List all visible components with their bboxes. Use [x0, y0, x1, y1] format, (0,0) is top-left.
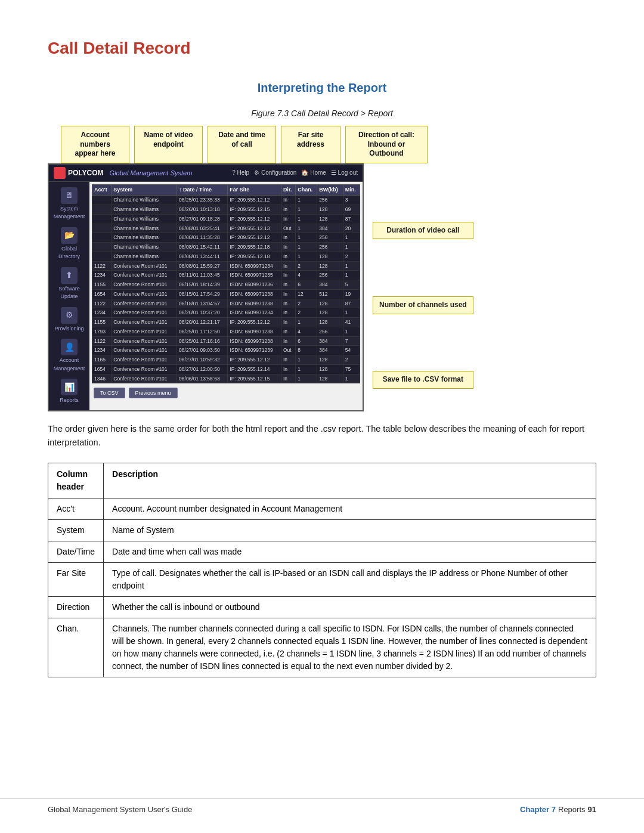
table-row: Charmaine Williams08/25/01 23:35:33IP: 2… [92, 196, 360, 205]
cell-5-4: In [281, 243, 295, 252]
cell-6-0 [92, 252, 112, 261]
sidebar-label-software-update: Software Update [50, 285, 88, 301]
cell-9-1: Conference Room #101 [112, 280, 177, 290]
cell-14-6: 256 [317, 327, 343, 336]
cell-19-3: IP: 209.555.12.15 [228, 374, 281, 383]
cell-13-4: In [281, 318, 295, 327]
cell-11-4: In [281, 299, 295, 308]
cell-7-2: 08/08/01 15:59:27 [177, 261, 228, 271]
cell-10-3: ISDN: 6509971238 [228, 289, 281, 299]
cell-15-2: 08/25/01 17:16:16 [177, 336, 228, 346]
cell-6-4: In [281, 252, 295, 261]
cell-8-6: 256 [317, 271, 343, 280]
cell-17-7: 2 [343, 355, 360, 365]
nav-home[interactable]: 🏠 Home [301, 168, 326, 177]
cell-5-5: 1 [296, 243, 317, 252]
body-paragraph: The order given here is the same order f… [48, 422, 596, 450]
cell-12-7: 1 [343, 308, 360, 318]
nav-logout[interactable]: ☰ Log out [331, 168, 358, 177]
cell-3-5: 1 [296, 224, 317, 233]
cell-14-0: 1793 [92, 327, 112, 336]
cell-9-2: 08/15/01 18:14:39 [177, 280, 228, 290]
sidebar-item-provisioning[interactable]: ⚙ Provisioning [49, 305, 89, 336]
cell-17-6: 128 [317, 355, 343, 365]
cell-19-5: 1 [296, 374, 317, 383]
cell-2-3: IP: 209.555.12.12 [228, 214, 281, 224]
section-title: Interpreting the Report [48, 79, 596, 97]
sidebar-item-reports[interactable]: 📊 Reports [49, 376, 89, 407]
sidebar-item-software-update[interactable]: ⬆ Software Update [49, 265, 89, 304]
cell-3-3: IP: 209.555.12.13 [228, 224, 281, 233]
cell-19-0: 1346 [92, 374, 112, 383]
cell-10-4: In [281, 289, 295, 299]
cell-6-6: 128 [317, 252, 343, 261]
cell-15-6: 384 [317, 336, 343, 346]
sidebar-item-global-dir[interactable]: 📂 Global Directory [49, 225, 89, 264]
desc-col-1: System [48, 520, 104, 541]
cell-9-6: 384 [317, 280, 343, 290]
cell-0-2: 08/25/01 23:35:33 [177, 196, 228, 205]
cell-2-1: Charmaine Williams [112, 214, 177, 224]
cell-15-3: ISDN: 6509971238 [228, 336, 281, 346]
desc-table-header: Columnheader Description [48, 463, 596, 498]
cell-13-1: Conference Room #101 [112, 318, 177, 327]
cell-14-3: ISDN: 6509971238 [228, 327, 281, 336]
previous-menu-button[interactable]: Previous menu [129, 388, 178, 398]
cell-18-0: 1654 [92, 364, 112, 374]
cell-17-3: IP: 209.555.12.12 [228, 355, 281, 365]
desc-text-4: Whether the call is inbound or outbound [104, 597, 596, 618]
cell-13-7: 41 [343, 318, 360, 327]
cell-18-3: IP: 209.555.12.14 [228, 364, 281, 374]
cell-13-2: 08/20/01 12:21:17 [177, 318, 228, 327]
polycom-gms-label: Global Management System [110, 168, 193, 178]
table-row: 1346Conference Room #10108/06/01 13:58:6… [92, 374, 360, 383]
cell-7-5: 2 [296, 261, 317, 271]
table-row: 1654Conference Room #10108/27/01 12:00:5… [92, 364, 360, 374]
cell-4-0 [92, 233, 112, 243]
to-csv-button[interactable]: To CSV [94, 388, 125, 398]
cell-11-0: 1122 [92, 299, 112, 308]
cell-8-3: ISDN: 6509971235 [228, 271, 281, 280]
cell-2-5: 1 [296, 214, 317, 224]
cell-11-3: ISDN: 6509971238 [228, 299, 281, 308]
cell-18-7: 75 [343, 364, 360, 374]
top-annotations: Account numbers appear here Name of vide… [48, 126, 596, 163]
desc-col-2: Date/Time [48, 541, 104, 563]
sidebar-label-system-mgmt: System Management [50, 205, 88, 221]
cell-16-1: Conference Room #101 [112, 346, 177, 355]
cell-2-0 [92, 214, 112, 224]
cell-18-5: 1 [296, 364, 317, 374]
cell-4-6: 256 [317, 233, 343, 243]
cell-13-6: 128 [317, 318, 343, 327]
cell-17-4: In [281, 355, 295, 365]
cell-0-6: 256 [317, 196, 343, 205]
cell-9-4: In [281, 280, 295, 290]
nav-help[interactable]: ? Help [232, 168, 249, 177]
cell-18-1: Conference Room #101 [112, 364, 177, 374]
cell-2-2: 08/27/01 09:18:28 [177, 214, 228, 224]
cell-12-0: 1234 [92, 308, 112, 318]
system-mgmt-icon: 🖥 [61, 187, 78, 204]
nav-config[interactable]: ⚙ Configuration [254, 168, 296, 177]
table-header-row: Acc't System ↑ Date / Time Far Site Dir.… [92, 184, 360, 196]
cell-9-5: 6 [296, 280, 317, 290]
table-row: 1165Conference Room #10108/27/01 10:59:3… [92, 355, 360, 365]
cell-0-7: 3 [343, 196, 360, 205]
sidebar-item-system-mgmt[interactable]: 🖥 System Management [49, 185, 89, 224]
software-update-icon: ⬆ [61, 267, 78, 284]
button-row: To CSV Previous menu [92, 386, 360, 400]
cell-6-5: 1 [296, 252, 317, 261]
global-dir-icon: 📂 [61, 227, 78, 244]
cell-0-3: IP: 209.555.12.12 [228, 196, 281, 205]
col-farsite: Far Site [228, 184, 281, 196]
footer-right: Chapter 7 Reports 91 [520, 804, 596, 816]
sidebar-item-account-mgmt[interactable]: 👤 Account Management [49, 336, 89, 375]
cell-15-5: 6 [296, 336, 317, 346]
table-row: 1155Conference Room #10108/20/01 12:21:1… [92, 318, 360, 327]
cell-10-5: 12 [296, 289, 317, 299]
polycom-nav: ? Help ⚙ Configuration 🏠 Home ☰ Log out [232, 168, 358, 177]
cell-12-3: ISDN: 6509971234 [228, 308, 281, 318]
cell-10-0: 1654 [92, 289, 112, 299]
cell-13-3: IP: 209.555.12.12 [228, 318, 281, 327]
figure-area: Figure 7.3 Call Detail Record > Report A… [48, 107, 596, 411]
